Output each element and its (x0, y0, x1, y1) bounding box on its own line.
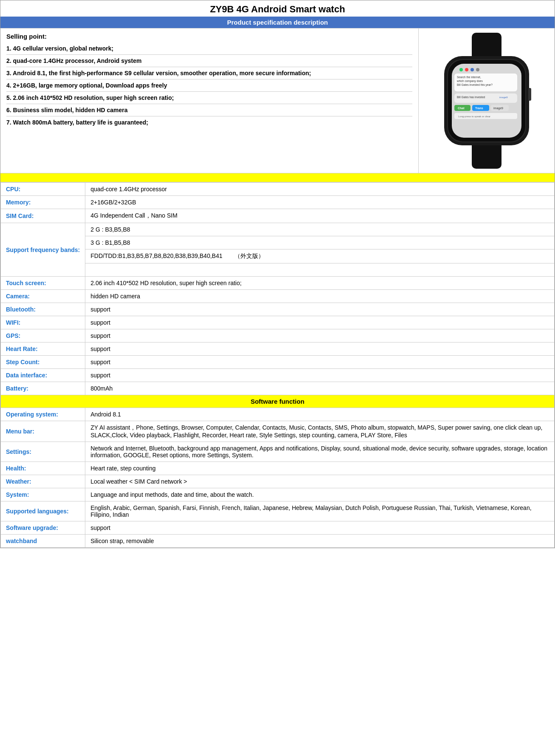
main-title: ZY9B 4G Android Smart watch (0, 0, 555, 17)
svg-text:image9: image9 (493, 107, 503, 110)
label-sim: SIM Card: (1, 209, 85, 223)
selling-point-4: 4. 2+16GB, large memory optional, Downlo… (6, 79, 412, 92)
value-freq-empty (85, 263, 555, 277)
selling-point-7: 7. Watch 800mA battery, battery life is … (6, 116, 412, 128)
table-row-data: Data interface: support (1, 369, 555, 382)
table-row-bt: Bluetooth: support (1, 303, 555, 316)
selling-point-5: 5. 2.06 inch 410*502 HD resolution, supe… (6, 92, 412, 104)
label-wifi: WIFI: (1, 316, 85, 329)
table-row-gps: GPS: support (1, 329, 555, 343)
spec-table: CPU: quad-core 1.4GHz processor Memory: … (0, 182, 555, 548)
svg-text:Search the internet,: Search the internet, (457, 76, 481, 79)
svg-point-5 (459, 68, 463, 71)
value-cpu: quad-core 1.4GHz processor (85, 183, 555, 196)
table-row-camera: Camera: hidden HD camera (1, 290, 555, 303)
label-step: Step Count: (1, 356, 85, 369)
software-section-header-row: Software function (1, 395, 555, 408)
table-row-system: System: Language and input methods, date… (1, 488, 555, 501)
table-row-freq-1: Support frequency bands: 2 G : B3,B5,B8 (1, 223, 555, 236)
svg-rect-24 (528, 88, 531, 101)
table-row-watchband: watchband Silicon strap, removable (1, 535, 555, 548)
table-row-upgrade: Software upgrade: support (1, 521, 555, 535)
table-row-settings: Settings: Network and Internet, Bluetoot… (1, 442, 555, 462)
table-row-wifi: WIFI: support (1, 316, 555, 329)
value-upgrade: support (85, 521, 555, 535)
svg-point-6 (465, 68, 468, 71)
label-weather: Weather: (1, 475, 85, 488)
value-watchband: Silicon strap, removable (85, 535, 555, 548)
label-upgrade: Software upgrade: (1, 521, 85, 535)
value-wifi: support (85, 316, 555, 329)
selling-point-1: 1. 4G cellular version, global network; (6, 42, 412, 55)
svg-point-7 (470, 68, 474, 71)
label-system: System: (1, 488, 85, 501)
table-row-sim: SIM Card: 4G Independent Call，Nano SIM (1, 209, 555, 223)
value-battery: 800mAh (85, 382, 555, 395)
page-wrapper: ZY9B 4G Android Smart watch Product spec… (0, 0, 555, 548)
value-touch: 2.06 inch 410*502 HD resolution, super h… (85, 277, 555, 290)
value-gps: support (85, 329, 555, 343)
label-data: Data interface: (1, 369, 85, 382)
value-freq-2g: 2 G : B3,B5,B8 (85, 223, 555, 236)
label-languages: Supported languages: (1, 501, 85, 521)
value-weather: Local weather < SIM Card network > (85, 475, 555, 488)
label-gps: GPS: (1, 329, 85, 343)
svg-text:Trans: Trans (475, 107, 483, 110)
value-health: Heart rate, step counting (85, 462, 555, 475)
table-row-health: Health: Heart rate, step counting (1, 462, 555, 475)
table-row-hr: Heart Rate: support (1, 343, 555, 356)
value-freq-fdd: FDD/TDD:B1,B3,B5,B7,B8,B20,B38,B39,B40,B… (85, 249, 555, 263)
label-bt: Bluetooth: (1, 303, 85, 316)
table-row-battery: Battery: 800mAh (1, 382, 555, 395)
value-memory: 2+16GB/2+32GB (85, 196, 555, 209)
selling-point-2: 2. quad-core 1.4GHz processor, Android s… (6, 55, 412, 67)
value-settings: Network and Internet, Bluetooth, backgro… (85, 442, 555, 462)
selling-title: Selling point: (6, 33, 412, 40)
value-sim: 4G Independent Call，Nano SIM (85, 209, 555, 223)
table-row-touch: Touch screen: 2.06 inch 410*502 HD resol… (1, 277, 555, 290)
value-languages: English, Arabic, German, Spanish, Farsi,… (85, 501, 555, 521)
software-section-label: Software function (1, 395, 555, 408)
label-watchband: watchband (1, 535, 85, 548)
table-row-memory: Memory: 2+16GB/2+32GB (1, 196, 555, 209)
label-touch: Touch screen: (1, 277, 85, 290)
table-row-cpu: CPU: quad-core 1.4GHz processor (1, 183, 555, 196)
svg-text:Chat: Chat (458, 107, 465, 110)
table-row-os: Operating system: Android 8.1 (1, 408, 555, 421)
label-cpu: CPU: (1, 183, 85, 196)
subtitle-bar: Product specification description (0, 17, 555, 28)
label-camera: Camera: (1, 290, 85, 303)
value-freq-3g: 3 G : B1,B5,B8 (85, 236, 555, 249)
svg-text:image9: image9 (499, 96, 508, 99)
selling-point-6: 6. Business slim model, hidden HD camera (6, 104, 412, 116)
label-os: Operating system: (1, 408, 85, 421)
watch-image-area: Search the internet, which company does … (419, 28, 555, 173)
value-camera: hidden HD camera (85, 290, 555, 303)
svg-point-8 (476, 68, 479, 71)
table-row-languages: Supported languages: English, Arabic, Ge… (1, 501, 555, 521)
value-step: support (85, 356, 555, 369)
label-freq: Support frequency bands: (1, 223, 85, 277)
svg-text:Long-press to speak or clear: Long-press to speak or clear (458, 115, 490, 118)
label-menu: Menu bar: (1, 421, 85, 442)
table-row-step: Step Count: support (1, 356, 555, 369)
label-hr: Heart Rate: (1, 343, 85, 356)
label-settings: Settings: (1, 442, 85, 462)
svg-text:which company does: which company does (456, 79, 483, 83)
value-menu: ZY AI assistant，Phone, Settings, Browser… (85, 421, 555, 442)
table-row-weather: Weather: Local weather < SIM Card networ… (1, 475, 555, 488)
svg-text:Bill Gates has invested: Bill Gates has invested (457, 96, 485, 99)
label-memory: Memory: (1, 196, 85, 209)
value-os: Android 8.1 (85, 408, 555, 421)
table-row-menu: Menu bar: ZY AI assistant，Phone, Setting… (1, 421, 555, 442)
value-bt: support (85, 303, 555, 316)
label-battery: Battery: (1, 382, 85, 395)
selling-points: Selling point: 1. 4G cellular version, g… (0, 28, 419, 173)
value-hr: support (85, 343, 555, 356)
selling-point-3: 3. Android 8.1, the first high-performan… (6, 67, 412, 79)
label-health: Health: (1, 462, 85, 475)
top-section: Selling point: 1. 4G cellular version, g… (0, 28, 555, 173)
value-system: Language and input methods, date and tim… (85, 488, 555, 501)
yellow-divider (0, 173, 555, 182)
svg-text:Bill Gates invested this year?: Bill Gates invested this year? (457, 83, 493, 87)
